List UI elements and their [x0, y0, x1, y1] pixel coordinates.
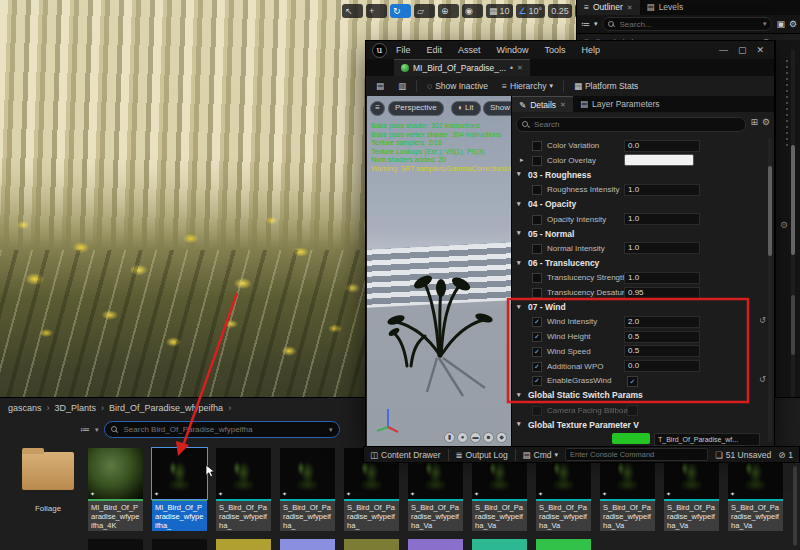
hierarchy-button[interactable]: ≡Hierarchy▾ — [498, 79, 557, 93]
chevron-down-icon[interactable]: ▾ — [594, 20, 598, 28]
rotate-tool-button[interactable]: ↻ — [390, 4, 411, 18]
maximize-button[interactable]: ▢ — [738, 45, 747, 55]
tab-mi-bird-of-paradise[interactable]: MI_Bird_Of_Paradise_... • ✕ — [394, 59, 530, 76]
value-field[interactable]: 0.5 — [624, 345, 700, 357]
breadcrumb-item[interactable]: gascans — [8, 403, 42, 413]
close-icon[interactable]: ✕ — [627, 0, 633, 15]
chevron-down-icon[interactable]: ▾ — [763, 20, 767, 28]
section-roughness[interactable]: ▾ 03 - Roughness — [512, 167, 766, 182]
grid-view-icon[interactable]: ⊞ — [750, 117, 758, 127]
close-button[interactable]: ✕ — [756, 45, 764, 55]
texture-tile-stub[interactable] — [344, 539, 399, 550]
texture-tile-stub[interactable] — [408, 539, 463, 550]
texture-tile-stub[interactable] — [88, 539, 143, 550]
value-field[interactable]: 1.0 — [624, 272, 700, 284]
sphere-mesh-button[interactable]: ● — [457, 432, 468, 443]
section-normal[interactable]: ▾ 05 - Normal — [512, 226, 766, 241]
scrollbar-thumb[interactable] — [791, 145, 795, 255]
console-command-input[interactable] — [565, 448, 708, 461]
override-checkbox[interactable] — [532, 406, 542, 416]
tab-outliner[interactable]: ≡ Outliner ✕ — [577, 0, 640, 15]
override-checkbox[interactable] — [532, 288, 542, 298]
select-tool-button[interactable]: ↖ — [342, 4, 363, 18]
value-field[interactable]: 0.0 — [624, 360, 700, 372]
close-icon[interactable]: ✕ — [560, 101, 566, 109]
texture-tile-stub[interactable] — [472, 539, 527, 550]
move-tool-button[interactable]: + — [366, 4, 387, 18]
scrollbar-thumb-2[interactable] — [791, 295, 795, 355]
override-checkbox[interactable] — [532, 215, 542, 225]
override-checkbox-checked[interactable]: ✓ — [532, 332, 542, 342]
value-field[interactable]: 0.5 — [624, 331, 700, 343]
override-checkbox[interactable] — [532, 244, 542, 254]
breadcrumb-item[interactable]: 3D_Plants — [55, 403, 97, 413]
cube-mesh-button[interactable]: ■ — [483, 432, 494, 443]
bool-value-checkbox[interactable] — [627, 405, 638, 416]
value-field[interactable]: 1.0 — [624, 213, 700, 225]
outliner-search-input[interactable] — [618, 19, 760, 30]
override-checkbox[interactable] — [532, 185, 542, 195]
close-icon[interactable]: ✕ — [517, 64, 523, 72]
menu-file[interactable]: File — [389, 45, 418, 55]
menu-window[interactable]: Window — [490, 45, 536, 55]
lit-mode-button[interactable]: ◐ Lit — [451, 101, 481, 116]
gear-icon[interactable]: ⚙ — [780, 220, 788, 230]
plane-mesh-button[interactable]: ▬ — [470, 432, 481, 443]
texture-asset-field[interactable]: T_Bird_Of_Paradise_wf... — [654, 433, 760, 446]
custom-mesh-button[interactable]: ◆ — [496, 432, 507, 443]
texture-tile-stub[interactable] — [152, 539, 207, 550]
chevron-down-icon[interactable]: ▾ — [95, 426, 99, 434]
filter-icon[interactable]: ≔ — [80, 424, 90, 435]
override-checkbox[interactable] — [532, 156, 542, 166]
tab-levels[interactable]: ▤ Levels — [640, 0, 691, 15]
revision-control-button[interactable]: ⊘1 — [778, 450, 793, 460]
scale-snap-button[interactable]: 0.25 — [548, 4, 572, 18]
reset-to-default-icon[interactable]: ↺ — [759, 316, 766, 325]
value-field[interactable]: 1.0 — [624, 242, 700, 254]
content-browser-scrollbar[interactable] — [793, 466, 797, 546]
unsaved-assets-button[interactable]: ❏51 Unsaved — [715, 450, 771, 460]
override-checkbox-checked[interactable]: ✓ — [532, 347, 542, 357]
window-title-bar[interactable]: u File Edit Asset Window Tools Help — ▢ … — [366, 41, 774, 59]
cylinder-mesh-button[interactable]: ▮ — [444, 432, 455, 443]
value-field[interactable]: 1.0 — [624, 184, 700, 196]
chevron-down-icon[interactable]: ▾ — [329, 426, 333, 434]
asset-tile-static-mesh[interactable]: ✦ S_Bird_Of_Paradise_wfypeifha_ — [216, 448, 271, 531]
platform-stats-button[interactable]: ▦Platform Stats — [570, 79, 642, 93]
override-checkbox-checked[interactable]: ✓ — [532, 362, 542, 372]
folder-tile-foliage[interactable]: Foliage — [18, 448, 78, 513]
menu-help[interactable]: Help — [575, 45, 608, 55]
value-field[interactable]: 2.0 — [624, 316, 700, 328]
texture-tile-stub[interactable] — [216, 539, 271, 550]
override-checkbox-checked[interactable]: ✓ — [532, 376, 542, 386]
value-field[interactable]: 0.95 — [624, 287, 700, 299]
show-menu-button[interactable]: Show — [483, 101, 511, 116]
rotation-snap-button[interactable]: ∠10° — [516, 4, 546, 18]
section-global-static-switch[interactable]: ▾ Global Static Switch Params — [512, 388, 766, 403]
gear-icon[interactable]: ⚙ — [762, 117, 770, 127]
color-swatch[interactable] — [624, 154, 694, 166]
details-scrollbar[interactable] — [768, 138, 772, 442]
texture-thumbnail-button[interactable] — [612, 433, 650, 444]
scale-tool-button[interactable]: ▱ — [414, 4, 435, 18]
asset-tile-static-mesh[interactable]: ✦ S_Bird_Of_Paradise_wfypeifha_ — [280, 448, 335, 531]
bool-value-checkbox[interactable]: ✓ — [627, 376, 638, 387]
texture-tile-stub[interactable] — [536, 539, 591, 550]
section-translucency[interactable]: ▾ 06 - Translucency — [512, 256, 766, 271]
override-checkbox[interactable] — [532, 141, 542, 151]
content-drawer-button[interactable]: ◫Content Drawer — [370, 450, 441, 460]
menu-asset[interactable]: Asset — [451, 45, 488, 55]
menu-tools[interactable]: Tools — [538, 45, 573, 55]
perspective-button[interactable]: Perspective — [388, 101, 444, 116]
texture-tile-stub[interactable] — [280, 539, 335, 550]
surface-snap-button[interactable]: ◉ — [462, 4, 483, 18]
override-checkbox[interactable] — [532, 273, 542, 283]
value-field[interactable]: 0.0 — [624, 140, 700, 152]
gear-icon[interactable]: ⚙ — [789, 19, 797, 29]
folder-add-icon[interactable]: ▣ — [776, 19, 785, 29]
filter-icon[interactable]: ≔ — [581, 19, 590, 29]
reset-to-default-icon[interactable]: ↺ — [759, 375, 766, 384]
expand-arrow-icon[interactable]: ▸ — [520, 156, 524, 164]
asset-tile-mi-4k[interactable]: ✦ MI_Bird_Of_Paradise_wfypeifha_4K — [88, 448, 143, 531]
world-coordinate-button[interactable]: ⊕ — [438, 4, 459, 18]
